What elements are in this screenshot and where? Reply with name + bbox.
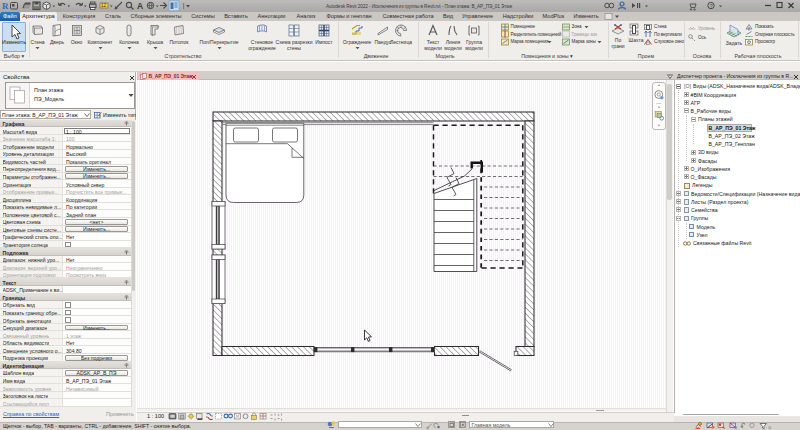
svg-text:12: 12 xyxy=(101,3,107,8)
svg-text:0: 0 xyxy=(769,424,772,429)
svg-text:R: R xyxy=(2,1,9,11)
svg-text:A: A xyxy=(137,1,143,11)
